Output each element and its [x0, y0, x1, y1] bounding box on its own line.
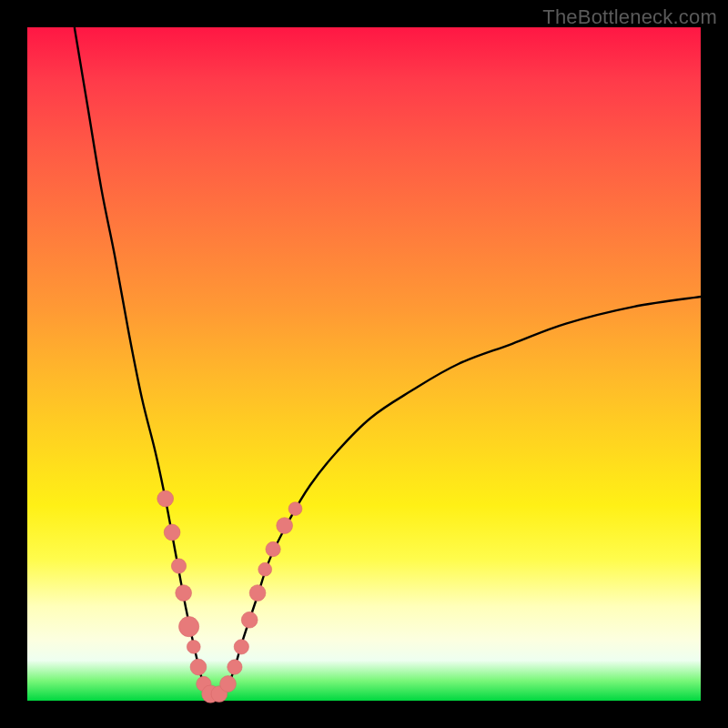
chart-frame: TheBottleneck.com: [0, 0, 728, 728]
data-point: [249, 585, 266, 602]
watermark-text: TheBottleneck.com: [542, 5, 717, 29]
data-point: [171, 559, 186, 573]
plot-area: [27, 27, 701, 701]
data-point: [288, 502, 302, 516]
data-point: [266, 541, 280, 556]
data-point: [220, 676, 237, 693]
data-point: [164, 524, 180, 541]
data-point: [234, 640, 248, 654]
data-point: [187, 640, 200, 653]
bottleneck-curve-right: [223, 297, 701, 697]
data-point: [228, 660, 242, 674]
data-points-group: [157, 490, 302, 703]
data-point: [277, 518, 293, 534]
data-point: [241, 612, 258, 628]
data-point: [190, 659, 207, 675]
data-point: [179, 617, 199, 637]
data-point: [176, 585, 192, 602]
plot-svg: [27, 27, 701, 701]
data-point: [157, 490, 174, 507]
data-point: [258, 562, 272, 576]
